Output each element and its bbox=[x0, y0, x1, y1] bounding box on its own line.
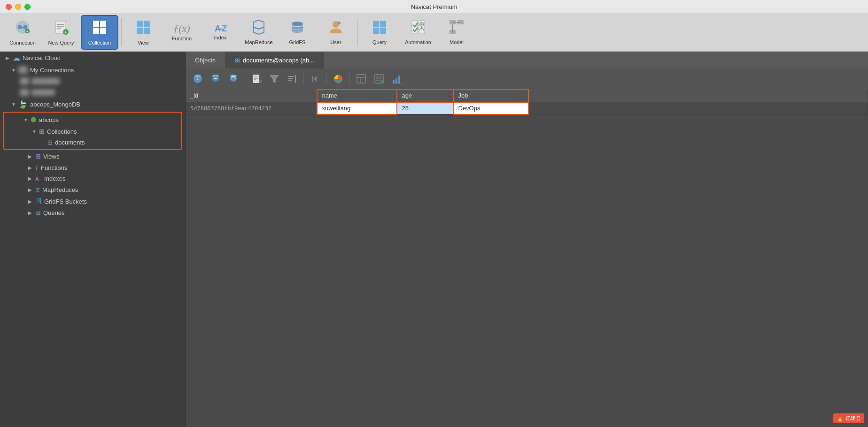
sidebar-item-blurred-1[interactable] bbox=[0, 76, 185, 87]
query-label: Query bbox=[372, 39, 387, 45]
sub-btn-refresh[interactable] bbox=[225, 71, 242, 86]
sidebar-item-navicat-cloud[interactable]: ▶ ☁ Navicat Cloud bbox=[0, 52, 185, 64]
queries-label: Queries bbox=[43, 209, 65, 216]
svg-text:+: + bbox=[196, 76, 199, 81]
svg-rect-12 bbox=[93, 21, 99, 27]
blurred-icon-1 bbox=[20, 77, 29, 85]
sidebar-item-queries[interactable]: ▶ ⊞ Queries bbox=[0, 207, 185, 218]
th-job[interactable]: Job bbox=[453, 89, 528, 102]
sub-btn-sort[interactable] bbox=[284, 71, 301, 86]
indexes-icon: A– bbox=[35, 176, 42, 182]
td-job-1[interactable]: DevOps bbox=[453, 102, 528, 114]
window-controls bbox=[6, 4, 31, 10]
svg-rect-27 bbox=[373, 21, 379, 27]
functions-expand-arrow: ▶ bbox=[28, 165, 33, 170]
mapreduce-icon bbox=[251, 19, 267, 38]
td-age-1[interactable]: 25 bbox=[397, 102, 453, 114]
functions-icon: ƒ bbox=[35, 164, 39, 171]
tab-documents-icon: ⊞ bbox=[235, 57, 240, 64]
toolbar-gridfs-button[interactable]: GridFS bbox=[279, 15, 316, 50]
table-row[interactable]: 5d78863768fbf9eac4704232 xuweiliang 25 D… bbox=[186, 102, 868, 114]
sub-btn-remove-record[interactable] bbox=[207, 71, 224, 86]
svg-rect-2 bbox=[23, 25, 27, 29]
cloud-label: Navicat Cloud bbox=[23, 54, 61, 61]
tab-documents-label: documents@abcops (ab... bbox=[243, 57, 314, 64]
selected-group-box: ▼ ⬢ abcops ▼ ⊞ Collections ⊞ documents bbox=[3, 112, 182, 150]
toolbar-index-button[interactable]: A-Z Index bbox=[202, 15, 239, 50]
tab-bar: Objects ⊞ documents@abcops (ab... bbox=[186, 52, 868, 69]
toolbar-user-button[interactable]: User bbox=[317, 15, 355, 50]
toolbar-connection-button[interactable]: + Connection bbox=[4, 15, 41, 50]
svg-rect-19 bbox=[144, 28, 150, 34]
sidebar-item-views[interactable]: ▶ ⊞ Views bbox=[0, 151, 185, 162]
sidebar-item-abcops[interactable]: ▼ ⬢ abcops bbox=[4, 114, 181, 126]
cloud-icon: ☁ bbox=[13, 53, 20, 62]
svg-rect-28 bbox=[380, 21, 386, 27]
sidebar-item-mapreduces[interactable]: ▶ ⧖ MapReduces bbox=[0, 184, 185, 196]
toolbar-view-button[interactable]: View bbox=[124, 15, 162, 50]
tab-documents[interactable]: ⊞ documents@abcops (ab... bbox=[225, 52, 324, 69]
toolbar-function-button[interactable]: ƒ(x) Function bbox=[163, 15, 201, 50]
collection-label: Collection bbox=[88, 40, 111, 46]
queries-icon: ⊞ bbox=[35, 209, 41, 216]
toolbar-query-button[interactable]: Query bbox=[361, 15, 398, 50]
th-name[interactable]: name bbox=[317, 89, 397, 102]
sidebar-item-indexes[interactable]: ▶ A– Indexes bbox=[0, 173, 185, 184]
views-label: Views bbox=[43, 153, 59, 160]
sub-sep-1 bbox=[245, 73, 245, 85]
sub-btn-form-view[interactable] bbox=[371, 71, 388, 86]
watermark-text: 亿速云 bbox=[845, 415, 861, 422]
th-id[interactable]: _id bbox=[186, 89, 317, 102]
connection-icon: + bbox=[14, 19, 31, 38]
tab-objects[interactable]: Objects bbox=[186, 52, 225, 69]
toolbar-collection-button[interactable]: Collection bbox=[81, 15, 118, 50]
automation-icon bbox=[410, 19, 426, 38]
model-label: Model bbox=[450, 39, 464, 45]
sub-btn-add-record[interactable]: + bbox=[189, 71, 206, 86]
td-name-1[interactable]: xuweiliang bbox=[317, 102, 397, 114]
svg-rect-65 bbox=[357, 75, 365, 83]
functions-label: Functions bbox=[41, 164, 67, 171]
sub-btn-doc-view[interactable] bbox=[248, 71, 265, 86]
sub-btn-color[interactable] bbox=[330, 71, 347, 86]
mapreduces-expand-arrow: ▶ bbox=[28, 187, 33, 192]
sidebar-item-documents[interactable]: ⊞ documents bbox=[4, 137, 181, 148]
sub-btn-filter[interactable] bbox=[266, 71, 283, 86]
svg-rect-1 bbox=[18, 25, 22, 29]
watermark-icon: 🔥 bbox=[837, 415, 844, 422]
table-area: _id name age Job bbox=[186, 89, 868, 427]
sub-btn-nav-first[interactable] bbox=[307, 71, 324, 86]
svg-marker-55 bbox=[270, 76, 279, 83]
indexes-label: Indexes bbox=[44, 175, 66, 182]
blurred-icon-2 bbox=[20, 89, 29, 96]
th-age[interactable]: age bbox=[397, 89, 453, 102]
toolbar-model-button[interactable]: Model bbox=[438, 15, 475, 50]
td-id-1[interactable]: 5d78863768fbf9eac4704232 bbox=[186, 102, 317, 114]
sub-btn-table-view[interactable] bbox=[353, 71, 370, 86]
sidebar-item-my-connections[interactable]: ▼ ⬛ My Connections bbox=[0, 64, 185, 76]
toolbar-automation-button[interactable]: Automation bbox=[399, 15, 437, 50]
sidebar-item-functions[interactable]: ▶ ƒ Functions bbox=[0, 162, 185, 173]
blurred-label-2 bbox=[31, 89, 55, 96]
close-button[interactable] bbox=[6, 4, 12, 10]
sub-toolbar: + bbox=[186, 69, 868, 89]
svg-rect-18 bbox=[137, 28, 143, 34]
query-icon bbox=[372, 19, 388, 38]
toolbar-new-query-button[interactable]: + New Query bbox=[42, 15, 80, 50]
sidebar-item-abcops-mongodb[interactable]: ▼ 🍃 abcops_MongoDB bbox=[0, 98, 185, 111]
sidebar-item-blurred-2[interactable] bbox=[0, 87, 185, 98]
svg-rect-15 bbox=[100, 28, 106, 34]
sidebar-item-collections[interactable]: ▼ ⊞ Collections bbox=[4, 126, 181, 137]
th-empty bbox=[528, 89, 868, 102]
sidebar-item-gridfs[interactable]: ▶ 🗄 GridFS Buckets bbox=[0, 196, 185, 207]
minimize-button[interactable] bbox=[15, 4, 21, 10]
sub-btn-chart-view[interactable] bbox=[388, 71, 405, 86]
view-label: View bbox=[138, 40, 149, 46]
svg-rect-16 bbox=[137, 21, 143, 27]
maximize-button[interactable] bbox=[24, 4, 31, 10]
mongodb-expand-arrow: ▼ bbox=[11, 102, 16, 107]
window-title: Navicat Premium bbox=[411, 3, 457, 10]
toolbar-mapreduce-button[interactable]: MapReduce bbox=[240, 15, 278, 50]
blurred-label-1 bbox=[31, 78, 60, 84]
new-query-icon: + bbox=[53, 19, 70, 38]
